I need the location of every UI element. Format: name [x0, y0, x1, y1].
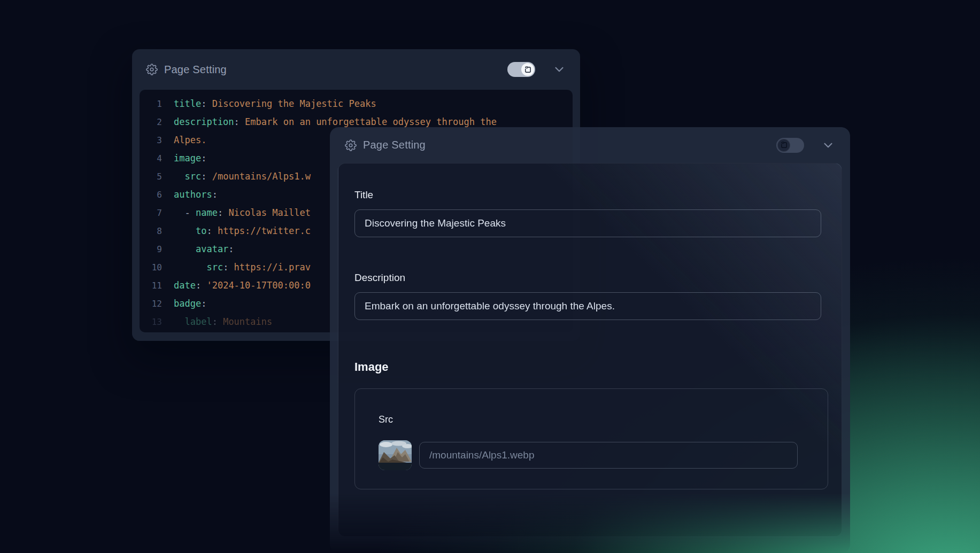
title-input[interactable] — [354, 209, 821, 237]
src-label: Src — [379, 414, 828, 426]
line-number: 13 — [146, 317, 162, 327]
gear-icon — [146, 64, 158, 75]
gear-icon — [345, 139, 357, 151]
chevron-down-icon[interactable] — [821, 138, 835, 152]
form-card: Title Description Image Src — [338, 163, 842, 537]
code-panel-title: Page Setting — [164, 64, 227, 76]
line-number: 11 — [146, 281, 162, 291]
image-section-heading: Image — [354, 360, 842, 375]
src-input[interactable] — [419, 442, 798, 469]
line-number: 12 — [146, 299, 162, 309]
image-group: Src — [354, 388, 828, 489]
toggle-knob — [777, 139, 790, 152]
toggle-knob — [521, 63, 534, 76]
src-row — [379, 440, 828, 470]
line-number: 1 — [146, 99, 162, 109]
description-label: Description — [354, 271, 842, 284]
line-number: 6 — [146, 190, 162, 200]
form-panel-title: Page Setting — [363, 139, 426, 151]
mountain-photo-thumbnail[interactable] — [379, 440, 412, 470]
description-input[interactable] — [354, 292, 821, 320]
line-number: 10 — [146, 262, 162, 272]
code-line: 1title: Discovering the Majestic Peaks — [140, 95, 573, 113]
line-number: 4 — [146, 153, 162, 163]
title-label: Title — [354, 163, 842, 201]
code-view-icon — [780, 141, 788, 149]
line-number: 9 — [146, 244, 162, 254]
line-number: 8 — [146, 226, 162, 236]
line-number: 5 — [146, 172, 162, 182]
line-number: 3 — [146, 135, 162, 145]
form-panel-header: Page Setting — [330, 127, 850, 163]
line-number: 2 — [146, 117, 162, 127]
code-view-toggle[interactable] — [507, 62, 535, 77]
line-number: 7 — [146, 208, 162, 218]
code-panel-header: Page Setting — [132, 49, 580, 90]
code-view-icon — [524, 66, 532, 74]
chevron-down-icon[interactable] — [552, 63, 566, 76]
code-view-toggle[interactable] — [776, 138, 804, 153]
form-panel: Page Setting Title Description Im — [330, 127, 850, 553]
